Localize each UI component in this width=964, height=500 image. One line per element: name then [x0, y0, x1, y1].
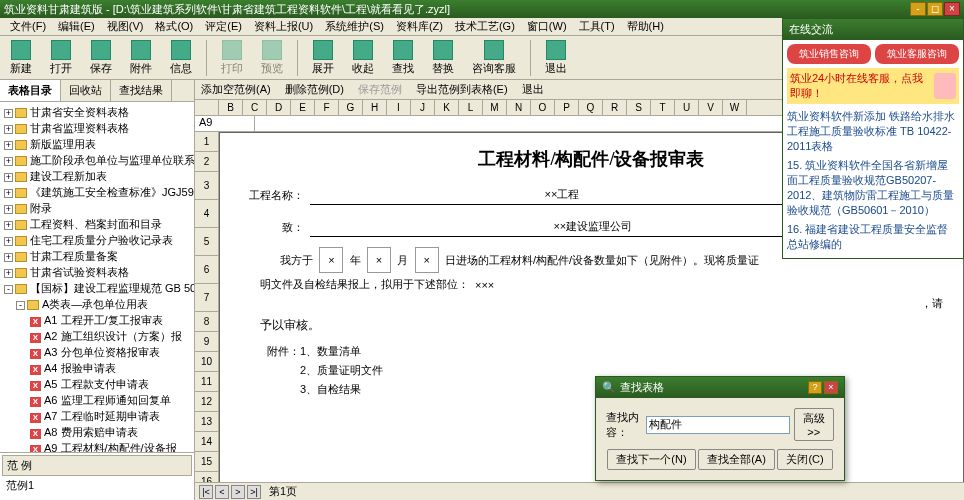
tree-node[interactable]: XA1 工程开工/复工报审表 [2, 312, 192, 328]
col-header[interactable]: J [411, 100, 435, 115]
toolbar-附件[interactable]: 附件 [124, 38, 158, 78]
tree-node[interactable]: +新版监理用表 [2, 136, 192, 152]
tree-view[interactable]: +甘肃省安全资料表格+甘肃省监理资料表格+新版监理用表+施工阶段承包单位与监理单… [0, 102, 194, 452]
tree-node[interactable]: +建设工程新加表 [2, 168, 192, 184]
dialog-close[interactable]: × [824, 381, 838, 394]
row-header[interactable]: 8 [195, 312, 219, 332]
col-header[interactable]: N [507, 100, 531, 115]
col-header[interactable]: K [435, 100, 459, 115]
col-header[interactable]: L [459, 100, 483, 115]
col-header[interactable]: R [603, 100, 627, 115]
toolbar-信息[interactable]: 信息 [164, 38, 198, 78]
col-header[interactable]: S [627, 100, 651, 115]
page-prev[interactable]: < [215, 485, 229, 499]
close-button[interactable]: × [944, 2, 960, 16]
menu-item[interactable]: 窗口(W) [521, 19, 573, 34]
tree-node[interactable]: +《建筑施工安全检查标准》JGJ59-9 [2, 184, 192, 200]
row-header[interactable]: 16 [195, 472, 219, 482]
year-input[interactable]: × [319, 247, 343, 273]
tree-node[interactable]: +住宅工程质量分户验收记录表 [2, 232, 192, 248]
expand-toggle[interactable]: + [4, 141, 13, 150]
toolbar-打开[interactable]: 打开 [44, 38, 78, 78]
news-link[interactable]: 16. 福建省建设工程质量安全监督总站修编的 [787, 220, 959, 254]
tree-node[interactable]: +甘肃省试验资料表格 [2, 264, 192, 280]
tree-node[interactable]: XA4 报验申请表 [2, 360, 192, 376]
tree-node[interactable]: XA8 费用索赔申请表 [2, 424, 192, 440]
tree-node[interactable]: +施工阶段承包单位与监理单位联系 [2, 152, 192, 168]
col-header[interactable]: G [339, 100, 363, 115]
page-first[interactable]: |< [199, 485, 213, 499]
tree-node[interactable]: XA5 工程款支付申请表 [2, 376, 192, 392]
menu-item[interactable]: 帮助(H) [621, 19, 670, 34]
col-header[interactable]: E [291, 100, 315, 115]
col-header[interactable] [195, 100, 219, 115]
ctool-item[interactable]: 删除范例(D) [285, 82, 344, 97]
find-all-button[interactable]: 查找全部(A) [698, 449, 775, 470]
col-header[interactable]: U [675, 100, 699, 115]
col-header[interactable]: P [555, 100, 579, 115]
dialog-help[interactable]: ? [808, 381, 822, 394]
advanced-button[interactable]: 高级>> [794, 408, 835, 441]
col-header[interactable]: O [531, 100, 555, 115]
toolbar-退出[interactable]: 退出 [539, 38, 573, 78]
ctool-item[interactable]: 导出范例到表格(E) [416, 82, 508, 97]
expand-toggle[interactable]: + [4, 189, 13, 198]
col-header[interactable]: M [483, 100, 507, 115]
menu-item[interactable]: 视图(V) [101, 19, 150, 34]
col-header[interactable]: H [363, 100, 387, 115]
news-link[interactable]: 筑业资料软件新添加 铁路给水排水工程施工质量验收标准 TB 10422-2011… [787, 107, 959, 156]
maximize-button[interactable]: ◻ [927, 2, 943, 16]
col-header[interactable]: V [699, 100, 723, 115]
news-link[interactable]: 15. 筑业资料软件全国各省新增屋面工程质量验收规范GB50207-2012、建… [787, 156, 959, 220]
row-header[interactable]: 5 [195, 228, 219, 256]
expand-toggle[interactable]: + [4, 173, 13, 182]
close-dialog-button[interactable]: 关闭(C) [777, 449, 832, 470]
tree-node[interactable]: +甘肃工程质量备案 [2, 248, 192, 264]
tab-recycle[interactable]: 回收站 [61, 80, 111, 101]
row-header[interactable]: 6 [195, 256, 219, 284]
tree-node[interactable]: XA9 工程材料/构配件/设备报 [2, 440, 192, 452]
row-header[interactable]: 7 [195, 284, 219, 312]
tree-node[interactable]: +工程资料、档案封面和目录 [2, 216, 192, 232]
menu-item[interactable]: 编辑(E) [52, 19, 101, 34]
ctool-item[interactable]: 添加空范例(A) [201, 82, 271, 97]
col-header[interactable]: I [387, 100, 411, 115]
day-input[interactable]: × [415, 247, 439, 273]
tree-node[interactable]: XA7 工程临时延期申请表 [2, 408, 192, 424]
col-header[interactable]: C [243, 100, 267, 115]
location-value[interactable]: ××× [475, 279, 943, 291]
toolbar-展开[interactable]: 展开 [306, 38, 340, 78]
ctool-item[interactable]: 退出 [522, 82, 544, 97]
menu-item[interactable]: 系统维护(S) [319, 19, 390, 34]
menu-item[interactable]: 格式(O) [149, 19, 199, 34]
col-header[interactable]: T [651, 100, 675, 115]
toolbar-咨询客服[interactable]: 咨询客服 [466, 38, 522, 78]
page-next[interactable]: > [231, 485, 245, 499]
expand-toggle[interactable]: + [4, 125, 13, 134]
dialog-title-bar[interactable]: 🔍 查找表格 ? × [596, 377, 844, 398]
col-header[interactable]: Q [579, 100, 603, 115]
expand-toggle[interactable]: + [4, 109, 13, 118]
expand-toggle[interactable]: - [4, 285, 13, 294]
minimize-button[interactable]: - [910, 2, 926, 16]
col-header[interactable]: D [267, 100, 291, 115]
row-header[interactable]: 9 [195, 332, 219, 352]
tab-results[interactable]: 查找结果 [111, 80, 172, 101]
menu-item[interactable]: 技术工艺(G) [449, 19, 521, 34]
tree-node[interactable]: XA2 施工组织设计（方案）报 [2, 328, 192, 344]
row-header[interactable]: 12 [195, 392, 219, 412]
blank-line[interactable] [260, 298, 921, 310]
service-banner[interactable]: 筑业客服咨询 [875, 44, 959, 64]
expand-toggle[interactable]: + [4, 221, 13, 230]
row-header[interactable]: 4 [195, 200, 219, 228]
tree-node[interactable]: +附录 [2, 200, 192, 216]
row-header[interactable]: 15 [195, 452, 219, 472]
tab-tables[interactable]: 表格目录 [0, 80, 61, 101]
expand-toggle[interactable]: + [4, 253, 13, 262]
tree-node[interactable]: XA6 监理工程师通知回复单 [2, 392, 192, 408]
row-header[interactable]: 10 [195, 352, 219, 372]
sales-banner[interactable]: 筑业销售咨询 [787, 44, 871, 64]
col-header[interactable]: F [315, 100, 339, 115]
row-header[interactable]: 3 [195, 172, 219, 200]
find-input[interactable] [646, 416, 790, 434]
